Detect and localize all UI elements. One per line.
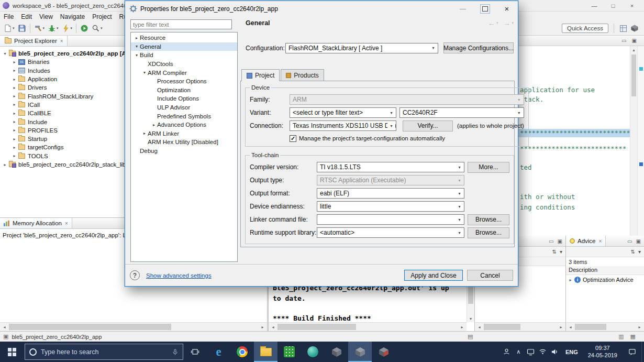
scroll-left-icon[interactable]: ◂ [475, 323, 484, 331]
run-button[interactable] [79, 23, 90, 34]
ruler-marker[interactable] [639, 162, 643, 166]
view-menu-icon[interactable]: ▾ [638, 249, 641, 255]
microphone-icon[interactable] [172, 348, 179, 356]
action-center-icon[interactable] [623, 342, 641, 362]
props-tree-item-resource[interactable]: ▸ Resource [131, 34, 237, 42]
chevron-down-icon[interactable]: ▾ [2, 51, 8, 56]
chevron-right-icon[interactable]: ▸ [141, 131, 148, 136]
close-icon[interactable]: × [599, 238, 602, 244]
properties-filter-input[interactable] [130, 19, 232, 29]
tab-project[interactable]: Project [241, 69, 280, 81]
runtime-support-select[interactable]: <automatic> ▾ [317, 227, 464, 238]
view-menu-icon[interactable]: ▾ [560, 249, 562, 255]
volume-icon[interactable] [549, 342, 561, 362]
flash-button[interactable]: ▾ [61, 23, 74, 34]
chrome-button[interactable] [230, 342, 254, 362]
back-icon[interactable]: ← [488, 19, 495, 27]
props-tree-item-include-options[interactable]: Include Options [131, 94, 237, 103]
connection-select[interactable]: Texas Instruments XDS110 USB Debug P ▾ [290, 120, 396, 131]
browse-linker-button[interactable]: Browse... [468, 214, 509, 225]
advice-row-optimization[interactable]: ▸ i Optimization Advice [566, 275, 644, 284]
chevron-right-icon[interactable]: ▸ [12, 111, 17, 116]
minimize-view-icon[interactable]: ▭ [627, 238, 632, 244]
chevron-right-icon[interactable]: ▸ [12, 60, 17, 64]
props-tree-item-optimization[interactable]: Optimization [131, 86, 237, 95]
ccs-active-button[interactable] [348, 342, 372, 362]
start-button[interactable] [0, 342, 24, 362]
sort-icon[interactable]: ⇅ [552, 249, 557, 255]
chevron-right-icon[interactable]: ▸ [568, 278, 573, 282]
endianness-select[interactable]: little ▾ [317, 201, 464, 212]
browse-runtime-button[interactable]: Browse... [468, 227, 509, 238]
menu-edit[interactable]: Edit [17, 13, 36, 20]
maximize-icon[interactable]: □ [604, 0, 623, 11]
variant-device-select[interactable]: CC2640R2F ▾ [399, 107, 524, 118]
maximize-view-icon[interactable]: ▣ [632, 38, 637, 43]
apply-and-close-button[interactable]: Apply and Close [404, 270, 463, 281]
progress-icon[interactable]: ▥ [618, 333, 624, 340]
perspective-grid-icon[interactable] [619, 25, 627, 32]
close-icon[interactable]: × [60, 38, 63, 44]
minimize-view-icon[interactable]: ▭ [549, 238, 553, 244]
scrollbar-thumb[interactable] [484, 324, 520, 330]
workspace-sync-icon[interactable]: ▤ [468, 333, 473, 340]
props-tree-item-arm-compiler[interactable]: ▾ ARM Compiler [131, 68, 237, 77]
status-grid-icon[interactable]: ▦ [630, 333, 636, 340]
forward-icon[interactable]: → [503, 19, 510, 27]
task-view-button[interactable] [183, 342, 207, 362]
scroll-left-icon[interactable]: ◂ [269, 323, 277, 331]
ccs-button[interactable] [325, 342, 348, 362]
advice-column-description[interactable]: Description [566, 266, 644, 275]
menu-file[interactable]: File [0, 13, 17, 20]
monitor-icon[interactable] [525, 342, 537, 362]
props-tree-item-debug[interactable]: Debug [131, 147, 237, 156]
verify-button[interactable]: Verify... [403, 120, 453, 131]
file-explorer-button[interactable] [254, 342, 277, 362]
tab-advice[interactable]: Advice × [566, 236, 606, 246]
minimize-view-icon[interactable]: ▭ [621, 38, 626, 43]
menu-project[interactable]: Project [88, 13, 115, 20]
dialog-maximize-icon[interactable] [474, 1, 496, 16]
chevron-right-icon[interactable]: ▸ [12, 119, 17, 124]
props-tree-item-xdctools[interactable]: XDCtools [131, 60, 237, 69]
close-icon[interactable]: × [623, 0, 641, 11]
chevron-right-icon[interactable]: ▸ [12, 137, 17, 141]
scrollbar-thumb[interactable] [277, 324, 356, 330]
teal-app-button[interactable] [301, 342, 325, 362]
chevron-down-icon[interactable]: ▾ [134, 44, 140, 49]
scroll-down-icon[interactable]: ▾ [467, 315, 474, 322]
taskbar-search[interactable]: Type here to search [25, 344, 183, 360]
chevron-right-icon[interactable]: ▸ [2, 162, 8, 167]
linker-command-file-select[interactable]: ▾ [317, 214, 464, 225]
scroll-up-icon[interactable]: ▴ [630, 46, 637, 53]
wifi-icon[interactable] [537, 342, 549, 362]
chevron-right-icon[interactable]: ▸ [134, 36, 140, 40]
maximize-view-icon[interactable]: ▣ [636, 238, 641, 244]
sort-icon[interactable]: ⇅ [631, 249, 635, 255]
props-tree-item-advanced-options[interactable]: ▸ Advanced Options [131, 120, 237, 129]
props-tree-item-general[interactable]: ▾ General [131, 42, 237, 51]
configuration-select[interactable]: FlashROM_StackLibrary [ Active ] ▾ [285, 43, 438, 53]
taskbar-clock[interactable]: 09:37 24-05-2019 [583, 345, 623, 359]
quick-access-button[interactable]: Quick Access [562, 24, 608, 33]
scrollbar-thumb[interactable] [9, 324, 171, 330]
dialog-close-icon[interactable]: × [496, 1, 518, 16]
edge-button[interactable]: e [207, 342, 230, 362]
save-button[interactable] [17, 23, 27, 34]
compiler-version-select[interactable]: TI v18.1.5.LTS ▾ [317, 162, 464, 172]
chevron-down-icon[interactable]: ▾ [134, 53, 140, 58]
scroll-right-icon[interactable]: ▸ [557, 323, 565, 331]
tray-expand-icon[interactable]: ∧ [513, 342, 525, 362]
chevron-right-icon[interactable]: ▸ [12, 128, 17, 133]
props-tree-item-ulp-advisor[interactable]: ULP Advisor [131, 103, 237, 112]
green-app-button[interactable] [277, 342, 301, 362]
chevron-down-icon[interactable]: ▾ [141, 70, 148, 75]
scroll-left-icon[interactable]: ◂ [566, 323, 575, 331]
close-icon[interactable]: × [65, 221, 68, 226]
variant-filter-select[interactable]: <select or type filter text> ▾ [290, 107, 396, 118]
help-icon[interactable]: ? [130, 270, 140, 280]
scroll-right-icon[interactable]: ▸ [635, 323, 644, 331]
ccs-perspective-icon[interactable] [630, 24, 639, 32]
chevron-right-icon[interactable]: ▸ [12, 77, 17, 82]
scroll-right-icon[interactable]: ▸ [258, 323, 267, 331]
